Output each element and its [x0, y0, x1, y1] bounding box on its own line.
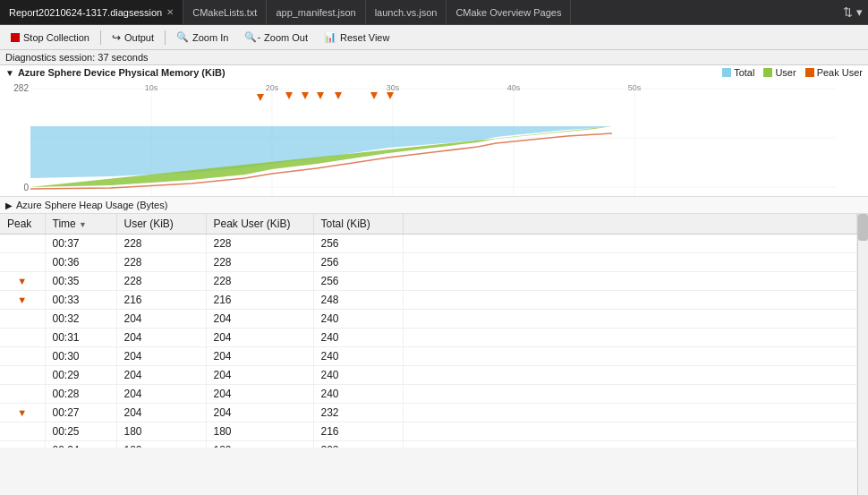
zoom-in-button[interactable]: 🔍 Zoom In [169, 30, 235, 45]
cell-peak: ▼ [0, 272, 45, 291]
toolbar-sep-1 [100, 30, 101, 45]
cell-spacer [403, 329, 857, 347]
reset-view-button[interactable]: 📊 Reset View [317, 30, 396, 45]
y-max: 282 [2, 83, 29, 93]
table-row[interactable]: 00:32204204240 [0, 310, 857, 329]
tab-actions: ⇅ ▾ [838, 5, 868, 19]
cell-time: 00:36 [45, 253, 116, 272]
heap-expand-icon: ▶ [5, 201, 13, 210]
cell-peak: ▼ [0, 441, 45, 448]
chart-wrapper: 282 0 10s 20s 30s 40s [0, 80, 868, 196]
tab-launch[interactable]: launch.vs.json [366, 0, 447, 24]
heap-expand-label: Azure Sphere Heap Usage (Bytes) [16, 200, 167, 210]
cell-total: 208 [313, 441, 403, 448]
tab-appmanifest-label: app_manifest.json [276, 7, 355, 18]
table-row[interactable]: 00:31204204240 [0, 329, 857, 347]
cell-user: 180 [116, 441, 206, 448]
cell-user: 204 [116, 347, 206, 366]
cell-peak [0, 310, 45, 329]
cell-total: 256 [313, 272, 403, 291]
svg-marker-19 [335, 92, 342, 99]
cell-spacer [403, 347, 857, 366]
cell-total: 256 [313, 235, 403, 253]
cell-total: 240 [313, 310, 403, 329]
toolbar-sep-2 [165, 30, 166, 45]
tab-report-close[interactable]: ✕ [166, 7, 174, 17]
cell-total: 240 [313, 385, 403, 404]
svg-text:10s: 10s [145, 83, 158, 92]
cell-total: 256 [313, 253, 403, 272]
legend-total: Total [722, 67, 754, 78]
cell-spacer [403, 310, 857, 329]
stop-collection-button[interactable]: Stop Collection [4, 30, 97, 45]
output-button[interactable]: ↪ Output [105, 30, 161, 46]
cell-peakuser: 216 [206, 291, 313, 310]
chart-svg: 10s 20s 30s 40s 50s [30, 80, 836, 196]
scrollbar[interactable] [857, 214, 868, 495]
cell-time: 00:32 [45, 310, 116, 329]
cell-peakuser: 228 [206, 235, 313, 253]
cell-peakuser: 204 [206, 404, 313, 422]
table-row[interactable]: 00:29204204240 [0, 366, 857, 385]
stop-icon [11, 33, 20, 42]
status-bar: Diagnostics session: 37 seconds [0, 50, 868, 65]
table-row[interactable]: 00:36228228256 [0, 253, 857, 272]
tab-cmake[interactable]: CMakeLists.txt [183, 0, 267, 24]
reset-view-label: Reset View [340, 32, 389, 43]
y-min: 0 [2, 183, 29, 192]
cell-user: 204 [116, 310, 206, 329]
col-peak: Peak [0, 214, 45, 235]
cell-peakuser: 180 [206, 422, 313, 441]
cell-peak: ▼ [0, 404, 45, 422]
legend-user: User [763, 67, 796, 78]
chart-legend: Total User Peak User [722, 67, 863, 78]
cell-spacer [403, 291, 857, 310]
zoom-in-label: Zoom In [192, 32, 228, 43]
legend-total-dot [722, 68, 731, 77]
cell-time: 00:28 [45, 385, 116, 404]
cell-peak [0, 385, 45, 404]
svg-marker-17 [302, 92, 309, 99]
legend-user-dot [763, 68, 772, 77]
cell-user: 204 [116, 366, 206, 385]
tab-appmanifest[interactable]: app_manifest.json [267, 0, 365, 24]
cell-peakuser: 204 [206, 385, 313, 404]
table-row[interactable]: ▼00:35228228256 [0, 272, 857, 291]
cell-spacer [403, 272, 857, 291]
tab-cmakeoverview-label: CMake Overview Pages [455, 7, 561, 18]
table-row[interactable]: ▼00:24180180208 [0, 441, 857, 448]
chart-section: ▼ Azure Sphere Device Physical Memory (K… [0, 65, 868, 214]
table-row[interactable]: 00:30204204240 [0, 347, 857, 366]
legend-peakuser-dot [805, 68, 814, 77]
tab-overflow-icon[interactable]: ▾ [856, 5, 863, 19]
svg-text:20s: 20s [266, 83, 279, 92]
cell-peak [0, 329, 45, 347]
cell-total: 240 [313, 347, 403, 366]
cell-spacer [403, 441, 857, 448]
heap-usage-expand[interactable]: ▶ Azure Sphere Heap Usage (Bytes) [0, 196, 868, 213]
status-label: Diagnostics session: 37 seconds [5, 52, 149, 63]
legend-total-label: Total [734, 67, 754, 78]
svg-marker-15 [257, 94, 264, 101]
chart-collapse-icon[interactable]: ▼ [5, 68, 14, 78]
table-row[interactable]: ▼00:27204204232 [0, 404, 857, 422]
svg-text:50s: 50s [628, 83, 642, 92]
table-row[interactable]: 00:37228228256 [0, 235, 857, 253]
zoom-out-button[interactable]: 🔍- Zoom Out [237, 30, 315, 45]
memory-table: Peak Time ▼ User (KiB) Peak User (KiB) [0, 214, 857, 448]
scrollbar-thumb[interactable] [858, 214, 868, 241]
table-row[interactable]: ▼00:33216216248 [0, 291, 857, 310]
col-time[interactable]: Time ▼ [45, 214, 116, 235]
cell-peakuser: 180 [206, 441, 313, 448]
cell-spacer [403, 422, 857, 441]
cell-total: 240 [313, 329, 403, 347]
tab-report[interactable]: Report20210624-1317.diagsession ✕ [0, 0, 183, 24]
table-row[interactable]: 00:25180180216 [0, 422, 857, 441]
peak-marker-icon: ▼ [17, 276, 27, 286]
cell-user: 204 [116, 404, 206, 422]
table-container[interactable]: Peak Time ▼ User (KiB) Peak User (KiB) [0, 214, 857, 448]
col-spacer [403, 214, 857, 235]
tab-cmakeoverview[interactable]: CMake Overview Pages [447, 0, 571, 24]
tab-sort-icon[interactable]: ⇅ [843, 5, 853, 19]
table-row[interactable]: 00:28204204240 [0, 385, 857, 404]
